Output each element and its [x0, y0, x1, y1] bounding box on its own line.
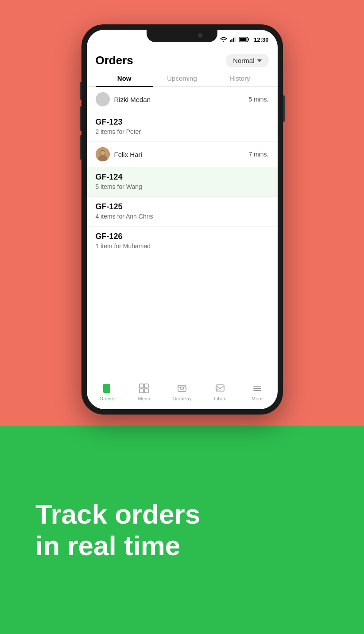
phone-vol-down	[80, 135, 81, 160]
time-label-1: 5 mins.	[248, 96, 268, 103]
inbox-icon	[214, 383, 226, 394]
app-title: Orders	[96, 54, 133, 67]
courier-info-1: Rizki Medan	[96, 92, 151, 106]
svg-rect-3	[235, 37, 236, 42]
filter-button[interactable]: Normal	[226, 54, 268, 67]
svg-rect-1	[232, 39, 233, 43]
svg-rect-17	[139, 389, 143, 393]
courier-name-1: Rizki Medan	[114, 96, 151, 103]
svg-rect-15	[139, 384, 143, 388]
nav-label-inbox: Inbox	[214, 396, 226, 401]
svg-rect-5	[248, 39, 249, 41]
order-desc-2: 5 items for Wang	[96, 183, 269, 190]
orders-icon	[101, 383, 112, 394]
avatar-image-felix	[96, 147, 110, 161]
order-id-2: GF-124	[96, 172, 269, 182]
status-bar: 12:30	[87, 30, 278, 49]
svg-rect-12	[105, 386, 109, 387]
status-icons: 12:30	[220, 36, 268, 43]
tab-history[interactable]: History	[211, 69, 268, 86]
order-id-1: GF-123	[96, 117, 269, 127]
menu-icon	[138, 383, 150, 394]
bottom-nav: Orders Menu	[87, 374, 278, 409]
courier-row-1[interactable]: Rizki Medan 5 mins.	[87, 87, 278, 112]
nav-more[interactable]: More	[244, 380, 271, 404]
wifi-icon	[220, 37, 227, 42]
status-time: 12:30	[254, 36, 268, 43]
avatar-rizki	[96, 92, 110, 106]
nav-label-menu: Menu	[138, 396, 151, 401]
order-desc-4: 1 item for Muhamad	[96, 243, 269, 250]
svg-rect-2	[233, 38, 234, 42]
svg-rect-0	[230, 40, 231, 42]
order-detail-3[interactable]: GF-125 4 items for Anh Chris	[87, 197, 278, 227]
chevron-down-icon	[257, 59, 262, 62]
order-detail-4[interactable]: GF-126 1 item for Muhamad	[87, 227, 278, 256]
svg-rect-13	[105, 387, 109, 388]
order-group-4: GF-126 1 item for Muhamad	[87, 227, 278, 256]
order-group-3: GF-125 4 items for Anh Chris	[87, 197, 278, 227]
order-id-3: GF-125	[96, 202, 269, 211]
svg-rect-6	[240, 38, 247, 41]
svg-rect-16	[144, 384, 148, 388]
avatar-felix	[96, 147, 110, 161]
more-icon	[252, 383, 263, 394]
nav-label-grabpay: GrabPay	[172, 396, 191, 401]
tagline-section: Track orders in real time	[0, 426, 364, 634]
svg-rect-18	[144, 389, 148, 393]
notch	[147, 30, 217, 42]
courier-name-2: Felix Hari	[114, 151, 142, 158]
courier-row-2[interactable]: Felix Hari 7 mins.	[87, 142, 278, 167]
svg-rect-19	[178, 385, 186, 391]
phone-vol-silent	[80, 82, 81, 100]
order-group-1: Rizki Medan 5 mins. GF-123 2 items for P…	[87, 87, 278, 142]
time-label-2: 7 mins.	[248, 151, 268, 158]
phone-mockup: 12:30 Orders Normal Now Upcoming	[81, 24, 283, 415]
nav-inbox[interactable]: Inbox	[207, 380, 233, 404]
battery-icon	[239, 37, 249, 42]
svg-point-10	[101, 151, 105, 155]
nav-orders[interactable]: Orders	[93, 380, 120, 404]
nav-label-orders: Orders	[100, 396, 115, 401]
filter-label: Normal	[233, 57, 254, 64]
order-group-2: Felix Hari 7 mins. GF-124 5 items for Wa…	[87, 142, 278, 197]
nav-menu[interactable]: Menu	[131, 380, 157, 404]
avatar-placeholder	[96, 92, 110, 106]
tab-upcoming[interactable]: Upcoming	[153, 69, 211, 86]
tagline-line2: in real time	[35, 530, 329, 561]
grabpay-icon	[176, 383, 188, 394]
courier-info-2: Felix Hari	[96, 147, 142, 161]
order-desc-1: 2 items for Peter	[96, 128, 269, 135]
phone-power-button	[283, 95, 285, 122]
order-id-4: GF-126	[96, 232, 269, 241]
camera	[198, 33, 202, 38]
orders-list: Rizki Medan 5 mins. GF-123 2 items for P…	[87, 87, 278, 374]
tagline-line1: Track orders	[35, 498, 329, 530]
nav-grabpay[interactable]: GrabPay	[168, 380, 196, 404]
tab-now[interactable]: Now	[96, 69, 153, 86]
app-header: Orders Normal	[87, 49, 278, 69]
tabs-bar: Now Upcoming History	[87, 69, 278, 87]
order-detail-1[interactable]: GF-123 2 items for Peter	[87, 112, 278, 142]
nav-label-more: More	[252, 396, 263, 401]
svg-rect-14	[105, 389, 107, 390]
phone-vol-up	[80, 106, 81, 131]
order-detail-2[interactable]: GF-124 5 items for Wang	[87, 167, 278, 197]
signal-icon	[230, 37, 236, 42]
order-desc-3: 4 items for Anh Chris	[96, 213, 269, 220]
svg-rect-22	[216, 385, 224, 391]
